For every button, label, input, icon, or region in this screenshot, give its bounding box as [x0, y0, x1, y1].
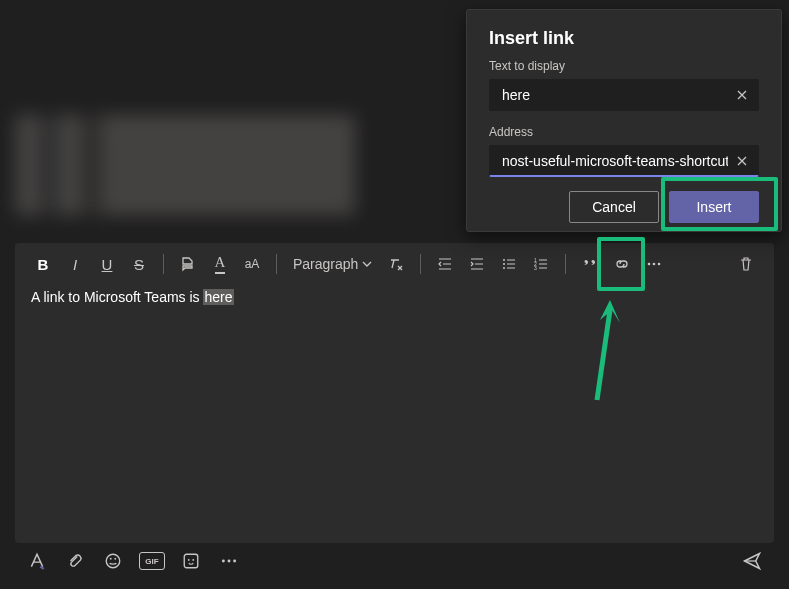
send-icon	[742, 551, 762, 571]
text-to-display-label: Text to display	[489, 59, 759, 73]
insert-link-dialog: Insert link Text to display Address Canc…	[466, 9, 782, 232]
numbered-list-button[interactable]: 123	[527, 250, 555, 278]
close-icon	[736, 89, 748, 101]
toolbar-divider	[420, 254, 421, 274]
more-icon	[220, 552, 238, 570]
numbered-list-icon: 123	[533, 256, 549, 272]
strikethrough-button[interactable]: S	[125, 250, 153, 278]
svg-point-16	[228, 560, 231, 563]
more-bottom-button[interactable]	[217, 549, 241, 573]
decrease-indent-button[interactable]	[431, 250, 459, 278]
link-icon	[614, 256, 630, 272]
svg-point-7	[653, 263, 656, 266]
conversation-header-blurred	[15, 115, 355, 215]
svg-point-1	[503, 263, 505, 265]
font-size-button[interactable]: aA	[238, 250, 266, 278]
editor-selected-text: here	[203, 289, 233, 305]
quote-button[interactable]	[576, 250, 604, 278]
svg-point-17	[233, 560, 236, 563]
smiley-icon	[104, 552, 122, 570]
send-button[interactable]	[740, 549, 764, 573]
toolbar-divider	[276, 254, 277, 274]
svg-point-13	[188, 559, 190, 561]
format-button[interactable]	[25, 549, 49, 573]
svg-point-10	[110, 558, 112, 560]
dialog-button-row: Cancel Insert	[489, 191, 759, 223]
text-to-display-input[interactable]	[502, 87, 728, 103]
compose-message-box: B I U S A aA Paragraph	[15, 243, 774, 543]
gif-label: GIF	[145, 557, 158, 566]
quote-icon	[582, 256, 598, 272]
paragraph-label: Paragraph	[293, 256, 358, 272]
sticker-button[interactable]	[179, 549, 203, 573]
highlighter-button[interactable]	[174, 250, 202, 278]
font-color-button[interactable]: A	[206, 250, 234, 278]
bold-button[interactable]: B	[29, 250, 57, 278]
clear-formatting-icon	[388, 256, 404, 272]
gif-button[interactable]: GIF	[139, 552, 165, 570]
address-field-wrap	[489, 145, 759, 177]
insert-link-button[interactable]	[608, 250, 636, 278]
svg-point-2	[503, 267, 505, 269]
emoji-button[interactable]	[101, 549, 125, 573]
font-color-letter: A	[215, 254, 226, 274]
dedent-icon	[437, 256, 453, 272]
editor-text-prefix: A link to Microsoft Teams is	[31, 289, 203, 305]
text-to-display-field-wrap	[489, 79, 759, 111]
address-label: Address	[489, 125, 759, 139]
increase-indent-button[interactable]	[463, 250, 491, 278]
format-painter-icon	[28, 552, 46, 570]
svg-point-6	[648, 263, 651, 266]
underline-button[interactable]: U	[93, 250, 121, 278]
paperclip-icon	[66, 552, 84, 570]
chevron-down-icon	[362, 259, 372, 269]
more-options-button[interactable]	[640, 250, 668, 278]
close-icon	[736, 155, 748, 167]
sticker-icon	[182, 552, 200, 570]
cancel-button[interactable]: Cancel	[569, 191, 659, 223]
address-input[interactable]	[502, 153, 728, 169]
italic-button[interactable]: I	[61, 250, 89, 278]
more-icon	[646, 256, 662, 272]
delete-message-button[interactable]	[732, 250, 760, 278]
dialog-title: Insert link	[489, 28, 759, 49]
toolbar-divider	[163, 254, 164, 274]
compose-bottom-bar: GIF	[15, 543, 774, 579]
attachment-button[interactable]	[63, 549, 87, 573]
clear-text-button[interactable]	[732, 86, 752, 106]
bullet-list-button[interactable]	[495, 250, 523, 278]
svg-point-15	[222, 560, 225, 563]
svg-rect-12	[184, 554, 198, 568]
bullet-list-icon	[501, 256, 517, 272]
paragraph-dropdown[interactable]: Paragraph	[287, 256, 378, 272]
insert-button[interactable]: Insert	[669, 191, 759, 223]
svg-point-8	[658, 263, 661, 266]
svg-point-9	[106, 554, 120, 568]
font-size-letters: aA	[245, 257, 260, 271]
svg-point-14	[192, 559, 194, 561]
message-editor[interactable]: A link to Microsoft Teams is here	[15, 283, 774, 543]
formatting-toolbar: B I U S A aA Paragraph	[15, 243, 774, 283]
toolbar-divider	[565, 254, 566, 274]
trash-icon	[738, 256, 754, 272]
highlighter-icon	[180, 256, 196, 272]
svg-point-11	[114, 558, 116, 560]
clear-formatting-button[interactable]	[382, 250, 410, 278]
clear-address-button[interactable]	[732, 152, 752, 172]
svg-point-0	[503, 259, 505, 261]
svg-text:3: 3	[534, 265, 537, 271]
indent-icon	[469, 256, 485, 272]
